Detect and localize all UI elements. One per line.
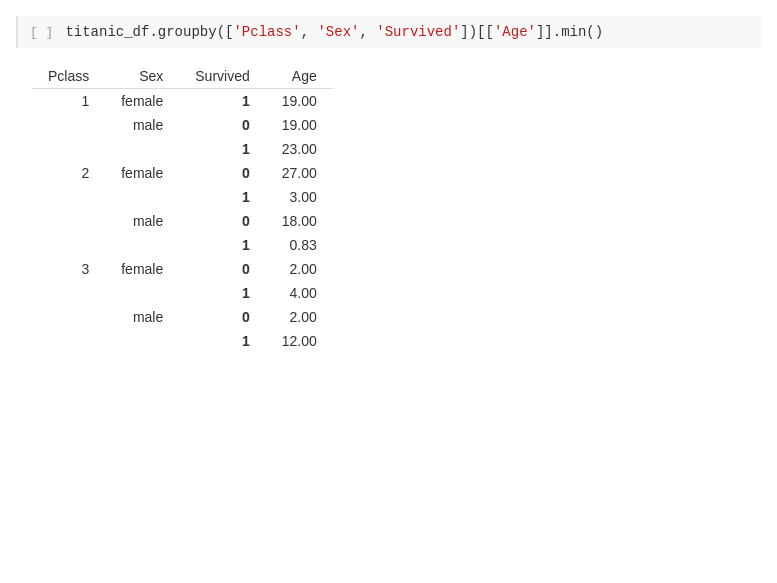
survived-cell: 0 [179, 113, 265, 137]
table-row: 1 4.00 [32, 281, 333, 305]
survived-cell: 1 [179, 329, 265, 353]
sex-cell [105, 329, 179, 353]
pclass-cell [32, 137, 105, 161]
age-cell: 4.00 [266, 281, 333, 305]
pclass-cell [32, 113, 105, 137]
dataframe-table: Pclass Sex Survived Age 1 female 1 19.00 [32, 64, 333, 353]
pclass-header: Pclass [32, 64, 105, 89]
survived-cell: 1 [179, 281, 265, 305]
table-row: 1 12.00 [32, 329, 333, 353]
pclass-cell [32, 233, 105, 257]
survived-cell: 1 [179, 89, 265, 114]
sex-cell: male [105, 209, 179, 233]
survived-cell: 0 [179, 257, 265, 281]
survived-cell: 0 [179, 161, 265, 185]
table-row: 1 female 1 19.00 [32, 89, 333, 114]
code-text-1: titanic_df.groupby([ [65, 24, 233, 40]
code-comma-1: , [301, 24, 318, 40]
age-cell: 27.00 [266, 161, 333, 185]
code-bracket-1: ])[[ [460, 24, 494, 40]
table-row: 3 female 0 2.00 [32, 257, 333, 281]
pclass-cell [32, 209, 105, 233]
pclass-cell [32, 305, 105, 329]
table-row: male 0 19.00 [32, 113, 333, 137]
age-cell: 19.00 [266, 89, 333, 114]
code-str-sex: 'Sex' [317, 24, 359, 40]
pclass-cell: 2 [32, 161, 105, 185]
cell-prompt: [ ] [30, 24, 53, 40]
pclass-cell [32, 329, 105, 353]
cell-code: titanic_df.groupby(['Pclass', 'Sex', 'Su… [65, 24, 603, 40]
table-row: 1 0.83 [32, 233, 333, 257]
table-row: 1 23.00 [32, 137, 333, 161]
pclass-cell [32, 281, 105, 305]
survived-cell: 0 [179, 305, 265, 329]
sex-cell: female [105, 89, 179, 114]
code-bracket-2: ]].min() [536, 24, 603, 40]
age-cell: 2.00 [266, 305, 333, 329]
survived-cell: 1 [179, 233, 265, 257]
code-str-pclass: 'Pclass' [233, 24, 300, 40]
sex-cell [105, 281, 179, 305]
pclass-cell: 1 [32, 89, 105, 114]
age-cell: 0.83 [266, 233, 333, 257]
sex-cell: female [105, 257, 179, 281]
cell-input: [ ] titanic_df.groupby(['Pclass', 'Sex',… [16, 16, 761, 48]
table-header-row: Pclass Sex Survived Age [32, 64, 333, 89]
sex-cell [105, 137, 179, 161]
sex-cell [105, 233, 179, 257]
pclass-cell: 3 [32, 257, 105, 281]
age-cell: 3.00 [266, 185, 333, 209]
table-row: male 0 18.00 [32, 209, 333, 233]
age-cell: 18.00 [266, 209, 333, 233]
age-cell: 12.00 [266, 329, 333, 353]
code-str-age: 'Age' [494, 24, 536, 40]
table-row: 1 3.00 [32, 185, 333, 209]
survived-cell: 1 [179, 137, 265, 161]
survived-cell: 1 [179, 185, 265, 209]
sex-cell: male [105, 113, 179, 137]
age-header: Age [266, 64, 333, 89]
survived-header: Survived [179, 64, 265, 89]
notebook-cell: [ ] titanic_df.groupby(['Pclass', 'Sex',… [0, 0, 777, 385]
sex-cell [105, 185, 179, 209]
code-str-survived: 'Survived' [376, 24, 460, 40]
sex-header: Sex [105, 64, 179, 89]
age-cell: 19.00 [266, 113, 333, 137]
sex-cell: female [105, 161, 179, 185]
table-row: male 0 2.00 [32, 305, 333, 329]
cell-output: Pclass Sex Survived Age 1 female 1 19.00 [32, 64, 745, 353]
age-cell: 2.00 [266, 257, 333, 281]
table-row: 2 female 0 27.00 [32, 161, 333, 185]
pclass-cell [32, 185, 105, 209]
sex-cell: male [105, 305, 179, 329]
code-comma-2: , [359, 24, 376, 40]
survived-cell: 0 [179, 209, 265, 233]
age-cell: 23.00 [266, 137, 333, 161]
